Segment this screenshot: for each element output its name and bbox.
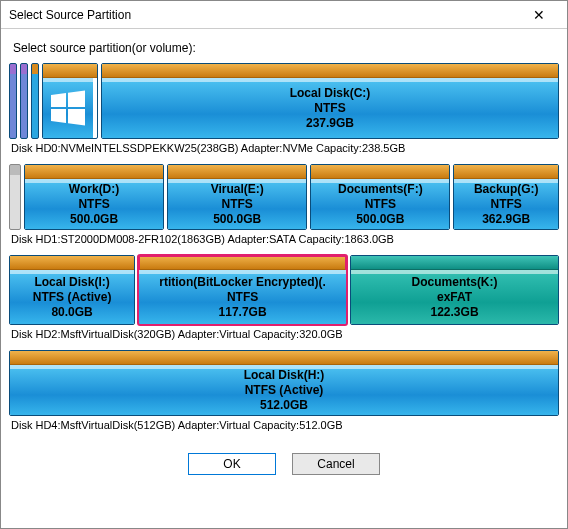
svg-marker-2: [51, 109, 66, 123]
disk-row: Local Disk(H:) NTFS (Active) 512.0GB: [9, 350, 559, 416]
disk-info: Disk HD1:ST2000DM008-2FR102(1863GB) Adap…: [11, 233, 557, 245]
partition-fs: NTFS: [338, 197, 423, 212]
partition-stub[interactable]: [20, 63, 28, 139]
partition-stub[interactable]: [9, 164, 21, 230]
partition-fs: NTFS (Active): [244, 383, 325, 398]
button-bar: OK Cancel: [9, 441, 559, 489]
partition-e[interactable]: Virual(E:) NTFS 500.0GB: [167, 164, 307, 230]
partition-size: 122.3GB: [412, 305, 498, 320]
disk-info: Disk HD4:MsftVirtualDisk(512GB) Adapter:…: [11, 419, 557, 431]
disk-row: Work(D:) NTFS 500.0GB Virual(E:) NTFS 50…: [9, 164, 559, 230]
disk-group-4: Local Disk(H:) NTFS (Active) 512.0GB Dis…: [9, 350, 559, 431]
partition-k[interactable]: Documents(K:) exFAT 122.3GB: [350, 255, 559, 325]
partition-label: Documents(F:): [338, 182, 423, 197]
partition-fs: NTFS: [159, 290, 326, 305]
svg-marker-3: [68, 109, 85, 126]
partition-label: Work(D:): [69, 182, 119, 197]
close-icon[interactable]: ✕: [519, 7, 559, 23]
partition-os-reserved[interactable]: [42, 63, 98, 139]
partition-label: Backup(G:): [474, 182, 539, 197]
svg-marker-1: [68, 91, 85, 108]
partition-label: Virual(E:): [211, 182, 264, 197]
cancel-button[interactable]: Cancel: [292, 453, 380, 475]
partition-h[interactable]: Local Disk(H:) NTFS (Active) 512.0GB: [9, 350, 559, 416]
partition-label: Documents(K:): [412, 275, 498, 290]
partition-size: 500.0GB: [211, 212, 264, 227]
partition-f[interactable]: Documents(F:) NTFS 500.0GB: [310, 164, 450, 230]
titlebar: Select Source Partition ✕: [1, 1, 567, 29]
partition-size: 117.7GB: [159, 305, 326, 320]
partition-stub[interactable]: [31, 63, 39, 139]
disk-info: Disk HD0:NVMeINTELSSDPEKKW25(238GB) Adap…: [11, 142, 557, 154]
partition-fs: NTFS: [211, 197, 264, 212]
partition-c[interactable]: Local Disk(C:) NTFS 237.9GB: [101, 63, 559, 139]
partition-label: Local Disk(I:): [33, 275, 112, 290]
partition-d[interactable]: Work(D:) NTFS 500.0GB: [24, 164, 164, 230]
disk-group-2: Local Disk(I:) NTFS (Active) 80.0GB rtit…: [9, 255, 559, 340]
partition-fs: NTFS (Active): [33, 290, 112, 305]
partition-size: 500.0GB: [69, 212, 119, 227]
partition-stub[interactable]: [9, 63, 17, 139]
windows-logo-icon: [43, 78, 93, 138]
dialog-content: Select source partition(or volume): Loca…: [1, 29, 567, 489]
disk-info: Disk HD2:MsftVirtualDisk(320GB) Adapter:…: [11, 328, 557, 340]
disk-row: Local Disk(C:) NTFS 237.9GB: [9, 63, 559, 139]
partition-label: Local Disk(C:): [290, 86, 371, 101]
disk-row: Local Disk(I:) NTFS (Active) 80.0GB rtit…: [9, 255, 559, 325]
partition-size: 512.0GB: [244, 398, 325, 413]
partition-label: Local Disk(H:): [244, 368, 325, 383]
partition-i[interactable]: Local Disk(I:) NTFS (Active) 80.0GB: [9, 255, 135, 325]
partition-size: 362.9GB: [474, 212, 539, 227]
partition-fs: NTFS: [474, 197, 539, 212]
partition-g[interactable]: Backup(G:) NTFS 362.9GB: [453, 164, 559, 230]
prompt-text: Select source partition(or volume):: [13, 41, 555, 55]
disk-group-1: Work(D:) NTFS 500.0GB Virual(E:) NTFS 50…: [9, 164, 559, 245]
partition-label: rtition(BitLocker Encrypted)(.: [159, 275, 326, 290]
partition-fs: NTFS: [290, 101, 371, 116]
partition-fs: exFAT: [412, 290, 498, 305]
partition-fs: NTFS: [69, 197, 119, 212]
ok-button[interactable]: OK: [188, 453, 276, 475]
partition-bitlocker-selected[interactable]: rtition(BitLocker Encrypted)(. NTFS 117.…: [138, 255, 347, 325]
partition-size: 80.0GB: [33, 305, 112, 320]
partition-size: 500.0GB: [338, 212, 423, 227]
disk-group-0: Local Disk(C:) NTFS 237.9GB Disk HD0:NVM…: [9, 63, 559, 154]
svg-marker-0: [51, 93, 66, 107]
window-title: Select Source Partition: [9, 8, 519, 22]
partition-size: 237.9GB: [290, 116, 371, 131]
